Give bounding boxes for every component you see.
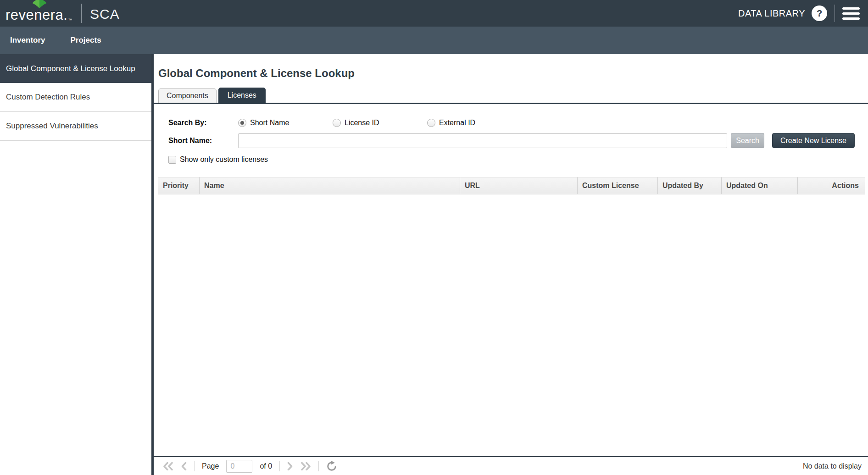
page-number-input[interactable] xyxy=(226,460,252,473)
page-label: Page xyxy=(202,462,219,470)
topbar-right-group: DATA LIBRARY ? xyxy=(738,5,860,22)
data-library-menu[interactable]: DATA LIBRARY xyxy=(738,8,805,19)
create-new-license-button[interactable]: Create New License xyxy=(772,133,855,148)
next-page-icon[interactable] xyxy=(287,462,293,470)
topbar-divider xyxy=(835,5,835,22)
app-root: revenera.™ SCA DATA LIBRARY ? Inventory … xyxy=(0,0,868,475)
radio-icon-external-id xyxy=(427,119,435,127)
sidebar: Global Component & License Lookup Custom… xyxy=(0,54,154,475)
column-header-updated-on[interactable]: Updated On xyxy=(722,177,798,194)
column-header-priority[interactable]: Priority xyxy=(158,177,200,194)
radio-license-id[interactable]: License ID xyxy=(333,119,427,127)
prev-page-icon[interactable] xyxy=(181,462,187,470)
table-header: Priority Name URL Custom License Updated… xyxy=(158,177,865,194)
nav-item-inventory[interactable]: Inventory xyxy=(10,36,45,45)
pagination-bar: Page of 0 No data to display xyxy=(154,456,868,475)
column-header-updated-by[interactable]: Updated By xyxy=(658,177,722,194)
pager-divider xyxy=(318,461,319,471)
tab-underline xyxy=(154,103,868,104)
checkbox-icon xyxy=(168,156,176,164)
pager-divider xyxy=(279,461,280,471)
main-nav: Inventory Projects xyxy=(0,27,868,54)
help-icon[interactable]: ? xyxy=(812,6,827,21)
hamburger-menu-icon[interactable] xyxy=(842,6,860,22)
search-button[interactable]: Search xyxy=(731,133,764,148)
product-name: SCA xyxy=(90,5,120,22)
short-name-input[interactable] xyxy=(238,133,727,148)
help-glyph: ? xyxy=(817,8,822,19)
search-by-label: Search By: xyxy=(168,119,238,127)
brand-text: revenera. xyxy=(6,7,67,23)
radio-label-short-name: Short Name xyxy=(250,119,289,127)
column-header-url[interactable]: URL xyxy=(460,177,578,194)
brand-logo: revenera.™ SCA xyxy=(6,3,120,23)
column-header-actions[interactable]: Actions xyxy=(798,177,865,194)
brand-separator xyxy=(81,4,82,23)
content-row: Global Component & License Lookup Custom… xyxy=(0,54,868,475)
revenera-wordmark: revenera.™ xyxy=(6,3,72,23)
radio-icon-short-name xyxy=(238,119,246,127)
last-page-icon[interactable] xyxy=(300,462,311,470)
sidebar-item-global-component-license-lookup[interactable]: Global Component & License Lookup xyxy=(0,54,151,83)
main-panel: Global Component & License Lookup Compon… xyxy=(154,54,868,475)
checkbox-label: Show only custom licenses xyxy=(180,155,268,164)
top-header-bar: revenera.™ SCA DATA LIBRARY ? xyxy=(0,0,868,27)
trademark-mark: ™ xyxy=(68,18,72,22)
show-only-custom-licenses-checkbox[interactable]: Show only custom licenses xyxy=(168,155,268,164)
tab-licenses[interactable]: Licenses xyxy=(218,88,266,103)
checkbox-row: Show only custom licenses xyxy=(168,155,868,164)
page-count-label: of 0 xyxy=(260,462,272,470)
column-header-custom-license[interactable]: Custom License xyxy=(578,177,658,194)
sidebar-item-custom-detection-rules[interactable]: Custom Detection Rules xyxy=(0,83,151,112)
column-header-name[interactable]: Name xyxy=(200,177,460,194)
empty-status-text: No data to display xyxy=(803,462,862,470)
pager-divider xyxy=(194,461,195,471)
search-by-row: Search By: Short Name License ID Externa… xyxy=(168,116,855,129)
nav-item-projects[interactable]: Projects xyxy=(71,36,101,45)
short-name-row: Short Name: Search Create New License xyxy=(168,133,855,148)
page-title: Global Component & License Lookup xyxy=(158,66,868,80)
radio-label-external-id: External ID xyxy=(439,119,475,127)
sidebar-item-suppressed-vulnerabilities[interactable]: Suppressed Vulnerabilities xyxy=(0,112,151,141)
short-name-label: Short Name: xyxy=(168,137,238,145)
tab-components[interactable]: Components xyxy=(158,88,217,103)
table-body-empty xyxy=(154,194,868,456)
radio-label-license-id: License ID xyxy=(345,119,379,127)
first-page-icon[interactable] xyxy=(163,462,173,470)
radio-short-name[interactable]: Short Name xyxy=(238,119,333,127)
radio-external-id[interactable]: External ID xyxy=(427,119,522,127)
tab-bar: Components Licenses xyxy=(158,88,868,103)
refresh-icon[interactable] xyxy=(326,461,337,472)
revenera-leaf-icon xyxy=(31,0,48,8)
radio-icon-license-id xyxy=(333,119,341,127)
